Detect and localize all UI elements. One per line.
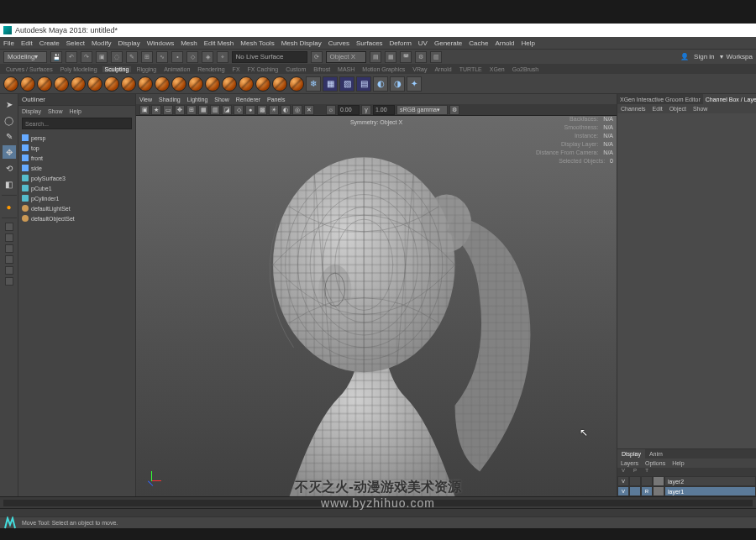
xgen-tool-icon[interactable]: ▦: [323, 76, 338, 92]
vp-resolution-icon[interactable]: ▥: [210, 105, 220, 115]
layer-name[interactable]: layer1: [664, 486, 756, 496]
menu-generate[interactable]: Generate: [434, 39, 462, 47]
sculpt-tool-icon[interactable]: ◐: [373, 76, 388, 92]
layout-single-icon[interactable]: [5, 223, 13, 231]
tab-xgen-editor[interactable]: XGen Interactive Groom Editor: [617, 94, 703, 104]
menu-mesh-tools[interactable]: Mesh Tools: [240, 39, 274, 47]
vp-menu-show[interactable]: Show: [214, 97, 229, 102]
sculpt-brush-icon[interactable]: [155, 76, 170, 92]
shelf-tab[interactable]: VRay: [410, 66, 429, 72]
vp-shaded-icon[interactable]: ●: [245, 105, 255, 115]
vp-xray-icon[interactable]: ✕: [304, 105, 314, 115]
vp-image-plane-icon[interactable]: ▭: [163, 105, 173, 115]
layer-name[interactable]: layer2: [664, 476, 756, 486]
freeze-tool-icon[interactable]: ❄: [306, 76, 321, 92]
layer-playback-toggle[interactable]: [629, 486, 641, 496]
xgen-tool-icon[interactable]: ▧: [339, 76, 354, 92]
layer-menu-help[interactable]: Help: [672, 460, 684, 466]
snap-point-icon[interactable]: •: [171, 51, 183, 63]
vp-lights-icon[interactable]: ☀: [269, 105, 279, 115]
menu-modify[interactable]: Modify: [92, 39, 112, 47]
shelf-tab[interactable]: Poly Modeling: [58, 66, 100, 72]
sculpt-tool-icon[interactable]: ◑: [390, 76, 405, 92]
sculpt-brush-icon[interactable]: [255, 76, 270, 92]
layer-color-swatch[interactable]: [653, 486, 664, 496]
layout-dope-icon[interactable]: [5, 277, 13, 286]
menu-uv[interactable]: UV: [418, 39, 428, 47]
sculpt-brush-icon[interactable]: [54, 76, 69, 92]
vp-select-camera-icon[interactable]: ▣: [139, 105, 150, 115]
signin-button[interactable]: 👤 Sign in ▾: [680, 53, 722, 60]
vp-settings-icon[interactable]: ⚙: [449, 105, 459, 115]
sculpt-brush-icon[interactable]: [20, 76, 35, 92]
outliner-item[interactable]: defaultLightSet: [22, 203, 132, 213]
snap-grid-icon[interactable]: ⊞: [141, 51, 153, 63]
tab-channel-box[interactable]: Channel Box / Layer: [703, 94, 756, 104]
range-slider[interactable]: [0, 508, 756, 516]
layer-menu-layers[interactable]: Layers: [621, 460, 638, 466]
vp-wireframe-icon[interactable]: ◇: [234, 105, 244, 115]
menu-surfaces[interactable]: Surfaces: [356, 39, 383, 47]
last-tool-icon[interactable]: ●: [3, 200, 16, 213]
vp-film-gate-icon[interactable]: ▦: [198, 105, 208, 115]
select-tool-icon[interactable]: ➤: [3, 97, 16, 111]
magnet-icon[interactable]: ⌖: [217, 51, 228, 63]
symmetry-toggle-icon[interactable]: ⟳: [311, 51, 323, 63]
shelf-tab[interactable]: Rendering: [195, 66, 227, 72]
shelf-tab[interactable]: FX Caching: [245, 66, 281, 72]
shelf-tab[interactable]: FX: [230, 66, 243, 72]
paint-select-icon[interactable]: ✎: [126, 51, 138, 63]
layer-type-toggle[interactable]: R: [641, 486, 653, 496]
shelf-tab[interactable]: MASH: [335, 66, 357, 72]
cb-menu-object[interactable]: Object: [669, 106, 686, 112]
vp-gate-mask-icon[interactable]: ◪: [222, 105, 232, 115]
layer-row[interactable]: V layer2: [617, 476, 756, 486]
outliner-item[interactable]: defaultObjectSet: [22, 213, 132, 223]
scale-tool-icon[interactable]: ◧: [3, 177, 16, 191]
sculpt-brush-icon[interactable]: [121, 76, 136, 92]
vp-menu-lighting[interactable]: Lighting: [187, 97, 208, 102]
outliner-item[interactable]: polySurface3: [22, 173, 132, 183]
outliner-menu-display[interactable]: Display: [22, 108, 41, 114]
sculpt-brush-icon[interactable]: [71, 76, 86, 92]
redo-icon[interactable]: ↷: [81, 51, 92, 63]
sculpt-brush-icon[interactable]: [138, 76, 153, 92]
layer-tab-anim[interactable]: Anim: [645, 449, 667, 459]
paint-tool-icon[interactable]: ✎: [3, 129, 16, 143]
cb-menu-show[interactable]: Show: [693, 106, 708, 112]
layer-color-swatch[interactable]: [653, 476, 664, 486]
sculpt-brush-icon[interactable]: [205, 76, 220, 92]
outliner-item[interactable]: top: [22, 143, 132, 153]
vp-isolate-icon[interactable]: ◎: [292, 105, 302, 115]
menu-file[interactable]: File: [3, 39, 14, 47]
lasso-icon[interactable]: ◌: [111, 51, 123, 63]
undo-icon[interactable]: ↶: [66, 51, 77, 63]
xgen-tool-icon[interactable]: ▤: [356, 76, 371, 92]
outliner-menu-help[interactable]: Help: [69, 108, 81, 114]
panel-layout-icon[interactable]: ▥: [430, 51, 442, 63]
render-settings-icon[interactable]: ⚙: [415, 51, 427, 63]
vp-exposure-icon[interactable]: ☼: [326, 105, 336, 115]
layer-row[interactable]: V R layer1: [617, 486, 756, 496]
vp-far-clip-field[interactable]: 1.00: [373, 105, 395, 115]
layout-graph-icon[interactable]: [5, 266, 13, 275]
shelf-tab[interactable]: Animation: [161, 66, 192, 72]
sculpt-brush-icon[interactable]: [171, 76, 186, 92]
layer-tab-display[interactable]: Display: [617, 449, 645, 459]
menu-help[interactable]: Help: [522, 39, 535, 47]
sculpt-brush-icon[interactable]: [37, 76, 52, 92]
layer-menu-options[interactable]: Options: [645, 460, 665, 466]
sculpt-brush-icon[interactable]: [239, 76, 254, 92]
shelf-tab[interactable]: Bifrost: [311, 66, 333, 72]
vp-near-clip-field[interactable]: 0.00: [338, 105, 360, 115]
time-slider-track[interactable]: [3, 500, 753, 506]
shelf-tab[interactable]: Go2Brush: [510, 66, 542, 72]
shelf-tab[interactable]: TURTLE: [457, 66, 485, 72]
viewport-3d[interactable]: Symmetry: Object X Backfaces:N/A Smoothn…: [136, 116, 617, 496]
vp-2d-pan-icon[interactable]: ✥: [175, 105, 185, 115]
menu-select[interactable]: Select: [66, 39, 85, 47]
layout-persp-icon[interactable]: [5, 244, 13, 253]
menu-deform[interactable]: Deform: [390, 39, 412, 47]
save-icon[interactable]: 💾: [50, 51, 62, 63]
snap-curve-icon[interactable]: ∿: [156, 51, 168, 63]
